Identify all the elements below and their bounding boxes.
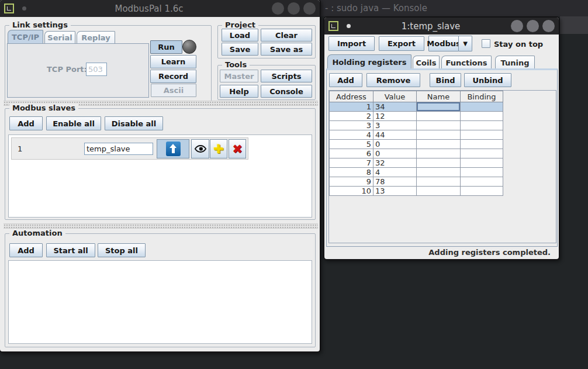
- tab-coils[interactable]: Coils: [413, 56, 440, 69]
- window-menu-dot-icon[interactable]: [22, 6, 26, 11]
- modbuspal-titlebar[interactable]: ModbusPal 1.6c: [0, 0, 320, 17]
- register-remove-button[interactable]: Remove: [366, 73, 420, 87]
- tab-tcpip[interactable]: TCP/IP: [8, 30, 43, 44]
- column-header[interactable]: Value: [373, 91, 417, 102]
- table-cell[interactable]: [417, 149, 461, 158]
- master-button[interactable]: Master: [220, 70, 258, 82]
- table-cell[interactable]: [417, 158, 461, 168]
- table-row[interactable]: 732: [330, 158, 503, 168]
- clear-button[interactable]: Clear: [261, 29, 312, 42]
- table-cell[interactable]: [461, 177, 503, 187]
- tab-tuning[interactable]: Tuning: [495, 56, 535, 69]
- slave-row[interactable]: 1 ✚ ✖: [11, 137, 248, 160]
- load-button[interactable]: Load: [222, 29, 258, 42]
- slaves-add-button[interactable]: Add: [9, 116, 43, 130]
- table-cell[interactable]: 0: [373, 140, 417, 149]
- column-header[interactable]: Binding: [461, 91, 503, 102]
- titlebar-close-button[interactable]: [542, 20, 555, 32]
- slave-view-button[interactable]: [191, 139, 209, 158]
- titlebar-maximize-button[interactable]: [527, 20, 539, 32]
- table-cell[interactable]: [461, 130, 503, 140]
- slave-name-input[interactable]: [84, 143, 153, 155]
- table-row[interactable]: 444: [330, 130, 503, 140]
- modbus-combo-value[interactable]: Modbus: [428, 36, 459, 51]
- table-cell[interactable]: [417, 121, 461, 130]
- splitter-handle-2[interactable]: [4, 223, 318, 229]
- column-header[interactable]: Address: [330, 91, 373, 102]
- table-cell[interactable]: 32: [373, 158, 417, 168]
- slave-add-automation-button[interactable]: ✚: [210, 139, 227, 158]
- table-cell[interactable]: [417, 112, 461, 121]
- column-header[interactable]: Name: [417, 91, 461, 102]
- start-all-button[interactable]: Start all: [46, 243, 95, 257]
- table-cell[interactable]: 34: [373, 102, 417, 112]
- slave-delete-button[interactable]: ✖: [229, 139, 246, 158]
- modbus-combo-arrow[interactable]: ▼: [458, 36, 472, 51]
- table-cell[interactable]: 2: [330, 112, 373, 121]
- titlebar-close-button[interactable]: [303, 2, 316, 15]
- tab-functions[interactable]: Functions: [441, 56, 492, 69]
- table-cell[interactable]: 1: [330, 102, 373, 112]
- table-cell[interactable]: [417, 168, 461, 177]
- learn-button[interactable]: Learn: [150, 55, 196, 68]
- table-row[interactable]: 50: [330, 140, 503, 149]
- table-cell[interactable]: [417, 177, 461, 187]
- table-cell[interactable]: [461, 112, 503, 121]
- table-cell[interactable]: [461, 168, 503, 177]
- table-cell[interactable]: 3: [330, 121, 373, 130]
- save-button[interactable]: Save: [222, 43, 258, 56]
- table-cell[interactable]: 8: [330, 168, 373, 177]
- disable-all-button[interactable]: Disable all: [105, 116, 163, 130]
- table-row[interactable]: 212: [330, 112, 503, 121]
- slave-enable-toggle[interactable]: [157, 139, 189, 158]
- titlebar-minimize-button[interactable]: [272, 2, 284, 15]
- table-cell[interactable]: [417, 102, 461, 112]
- table-row[interactable]: 978: [330, 177, 503, 187]
- console-button[interactable]: Console: [261, 85, 312, 98]
- table-cell[interactable]: 3: [373, 121, 417, 130]
- titlebar-minimize-button[interactable]: [511, 20, 523, 32]
- enable-all-button[interactable]: Enable all: [46, 116, 101, 130]
- table-cell[interactable]: [461, 102, 503, 112]
- table-row[interactable]: 60: [330, 149, 503, 158]
- record-button[interactable]: Record: [150, 70, 196, 83]
- table-cell[interactable]: 6: [330, 149, 373, 158]
- table-row[interactable]: 1013: [330, 187, 503, 196]
- table-cell[interactable]: 44: [373, 130, 417, 140]
- table-cell[interactable]: [461, 158, 503, 168]
- table-cell[interactable]: 13: [373, 187, 417, 196]
- tab-holding-registers[interactable]: Holding registers: [327, 54, 411, 69]
- table-cell[interactable]: 78: [373, 177, 417, 187]
- table-cell[interactable]: [461, 149, 503, 158]
- save-as-button[interactable]: Save as: [261, 43, 312, 56]
- registers-scrollpane[interactable]: AddressValueNameBinding 1342123344450607…: [328, 90, 556, 243]
- table-cell[interactable]: 4: [373, 168, 417, 177]
- slave-titlebar[interactable]: 1:temp_slave: [324, 18, 559, 35]
- table-cell[interactable]: 4: [330, 130, 373, 140]
- titlebar-maximize-button[interactable]: [288, 2, 300, 15]
- tcp-port-input[interactable]: [86, 63, 107, 76]
- run-button[interactable]: Run: [150, 40, 182, 54]
- table-row[interactable]: 134: [330, 102, 503, 112]
- table-cell[interactable]: 10: [330, 187, 373, 196]
- table-cell[interactable]: [417, 187, 461, 196]
- table-cell[interactable]: [461, 121, 503, 130]
- stay-on-top-checkbox[interactable]: [482, 39, 490, 48]
- scripts-button[interactable]: Scripts: [261, 70, 312, 82]
- register-add-button[interactable]: Add: [329, 73, 362, 87]
- import-button[interactable]: Import: [328, 36, 375, 51]
- tab-serial[interactable]: Serial: [44, 31, 75, 44]
- table-cell[interactable]: [417, 130, 461, 140]
- table-row[interactable]: 33: [330, 121, 503, 130]
- table-row[interactable]: 84: [330, 168, 503, 177]
- window-menu-dot-icon[interactable]: [347, 24, 351, 28]
- table-cell[interactable]: [461, 140, 503, 149]
- register-bind-button[interactable]: Bind: [430, 73, 461, 87]
- table-cell[interactable]: [417, 140, 461, 149]
- tab-replay[interactable]: Replay: [77, 31, 115, 44]
- table-cell[interactable]: 0: [373, 149, 417, 158]
- table-cell[interactable]: 5: [330, 140, 373, 149]
- table-cell[interactable]: [461, 187, 503, 196]
- table-cell[interactable]: 9: [330, 177, 373, 187]
- automation-add-button[interactable]: Add: [9, 243, 43, 257]
